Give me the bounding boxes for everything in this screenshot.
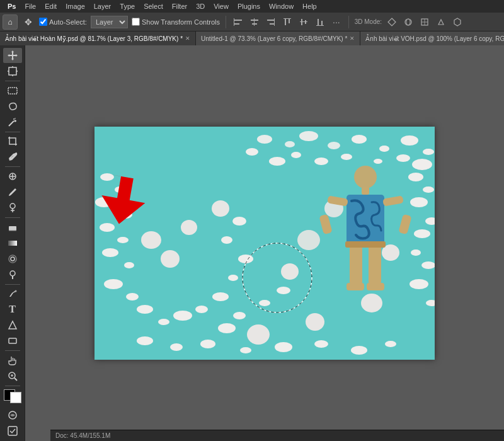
tab-1[interactable]: Ảnh bài viết Hoàn Mỹ.psd @ 81.7% (Layer …	[0, 32, 196, 45]
menu-bar: Ps File Edit Image Layer Type Select Fil…	[0, 0, 504, 13]
tool-separator-1	[5, 81, 20, 81]
tab-2-label: Untitled-1 @ 73.3% (Layer 6 copy, RGB/8#…	[201, 35, 347, 42]
tool-path-selection[interactable]	[3, 318, 22, 333]
tool-hand[interactable]	[3, 353, 22, 368]
autoselect-label: Auto-Select:	[49, 18, 87, 26]
svg-rect-39	[9, 226, 16, 231]
home-button[interactable]: ⌂	[3, 14, 18, 30]
photo-canvas	[94, 127, 435, 360]
svg-rect-53	[8, 427, 17, 435]
svg-line-29	[9, 121, 14, 126]
3d-btn-2[interactable]	[402, 16, 415, 28]
tool-crop[interactable]	[3, 134, 22, 149]
status-bar: Doc: 45.4M/155.1M	[50, 430, 504, 441]
tool-healing[interactable]	[3, 169, 22, 184]
options-separator-1	[226, 16, 226, 28]
menu-file[interactable]: File	[21, 1, 40, 11]
tool-marquee[interactable]	[3, 83, 22, 98]
tab-3-label: Ảnh bài viết VOH.psd @ 100% (Layer 6 cop…	[365, 35, 504, 42]
align-top-btn[interactable]	[281, 16, 294, 28]
options-separator-2	[348, 16, 349, 28]
svg-point-43	[11, 257, 14, 261]
left-toolbar: T	[0, 45, 25, 441]
svg-point-32	[15, 120, 16, 122]
3d-btn-3[interactable]	[418, 16, 431, 28]
tool-lasso[interactable]	[3, 99, 22, 114]
svg-rect-17	[316, 25, 324, 26]
tab-2-close[interactable]: ✕	[350, 35, 355, 42]
menu-plugins[interactable]: Plugins	[234, 1, 264, 11]
tab-1-close[interactable]: ✕	[185, 35, 190, 42]
align-bottom-btn[interactable]	[314, 16, 326, 28]
3d-btn-5[interactable]	[451, 16, 464, 28]
background-color[interactable]	[10, 392, 21, 403]
tool-blur[interactable]	[3, 251, 22, 266]
tool-shape[interactable]	[3, 333, 22, 348]
menu-select[interactable]: Select	[140, 1, 167, 11]
tool-text[interactable]: T	[3, 302, 22, 317]
svg-rect-9	[285, 19, 286, 25]
tool-magic-wand[interactable]	[3, 115, 22, 130]
tool-clone[interactable]	[3, 200, 22, 215]
status-text: Doc: 45.4M/155.1M	[55, 432, 110, 439]
menu-window[interactable]: Window	[265, 1, 297, 11]
tab-1-label: Ảnh bài viết Hoàn Mỹ.psd @ 81.7% (Layer …	[5, 35, 183, 42]
menu-image[interactable]: Image	[62, 1, 89, 11]
svg-rect-23	[9, 67, 16, 75]
autoselect-checkbox[interactable]	[39, 18, 47, 26]
tool-dodge[interactable]	[3, 267, 22, 282]
svg-line-49	[14, 378, 17, 381]
svg-rect-1	[234, 23, 239, 25]
svg-point-31	[13, 118, 14, 120]
align-right-btn[interactable]	[265, 16, 277, 28]
autoselect-dropdown[interactable]: Layer Group	[91, 16, 128, 28]
menu-ps[interactable]: Ps	[4, 1, 20, 11]
menu-3d[interactable]: 3D	[192, 1, 209, 11]
tab-2[interactable]: Untitled-1 @ 73.3% (Layer 6 copy, RGB/8#…	[196, 32, 360, 45]
3d-btn-4[interactable]	[435, 16, 447, 28]
tool-brush[interactable]	[3, 185, 22, 200]
svg-rect-5	[254, 18, 255, 26]
menu-layer[interactable]: Layer	[90, 1, 115, 11]
tool-zoom[interactable]	[3, 369, 22, 384]
svg-rect-16	[321, 21, 323, 25]
svg-rect-15	[318, 19, 319, 25]
tool-separator-4	[5, 217, 20, 218]
svg-rect-41	[8, 241, 17, 246]
tab-3[interactable]: Ảnh bài viết VOH.psd @ 100% (Layer 6 cop…	[360, 32, 504, 45]
align-left-btn[interactable]	[232, 16, 244, 28]
tool-separator-2	[5, 132, 20, 132]
tool-artboard[interactable]	[3, 64, 22, 79]
tool-eyedropper[interactable]	[3, 149, 22, 164]
tool-pen[interactable]	[3, 286, 22, 301]
svg-rect-11	[284, 18, 291, 19]
menu-view[interactable]: View	[210, 1, 232, 11]
svg-rect-10	[289, 19, 290, 23]
tabs-bar: Ảnh bài viết Hoàn Mỹ.psd @ 81.7% (Layer …	[0, 32, 504, 45]
align-middle-btn[interactable]	[297, 16, 310, 28]
threed-mode-label: 3D Mode:	[355, 18, 382, 25]
svg-rect-2	[234, 18, 234, 26]
tool-separator-5	[5, 284, 20, 285]
svg-point-19	[406, 19, 410, 25]
autoselect-checkbox-label: Auto-Select:	[39, 18, 87, 26]
3d-btn-1[interactable]	[386, 16, 398, 28]
tool-eraser[interactable]	[3, 220, 22, 235]
menu-edit[interactable]: Edit	[41, 1, 60, 11]
menu-filter[interactable]: Filter	[168, 1, 191, 11]
tool-move[interactable]	[3, 48, 22, 63]
move-tool-icon: ✥	[21, 15, 35, 29]
svg-rect-6	[267, 20, 275, 21]
tool-extra-2[interactable]	[3, 423, 22, 438]
tool-gradient[interactable]	[3, 236, 22, 251]
svg-point-42	[9, 255, 16, 263]
menu-type[interactable]: Type	[116, 1, 139, 11]
more-options-icon[interactable]: ···	[330, 17, 343, 27]
canvas-area[interactable]: Doc: 45.4M/155.1M	[25, 45, 504, 441]
menu-help[interactable]: Help	[299, 1, 321, 11]
color-swatches[interactable]	[4, 389, 21, 403]
tool-extra-1[interactable]	[3, 408, 22, 423]
transform-checkbox[interactable]	[132, 18, 140, 26]
align-center-btn[interactable]	[248, 16, 261, 28]
svg-point-33	[14, 118, 16, 119]
